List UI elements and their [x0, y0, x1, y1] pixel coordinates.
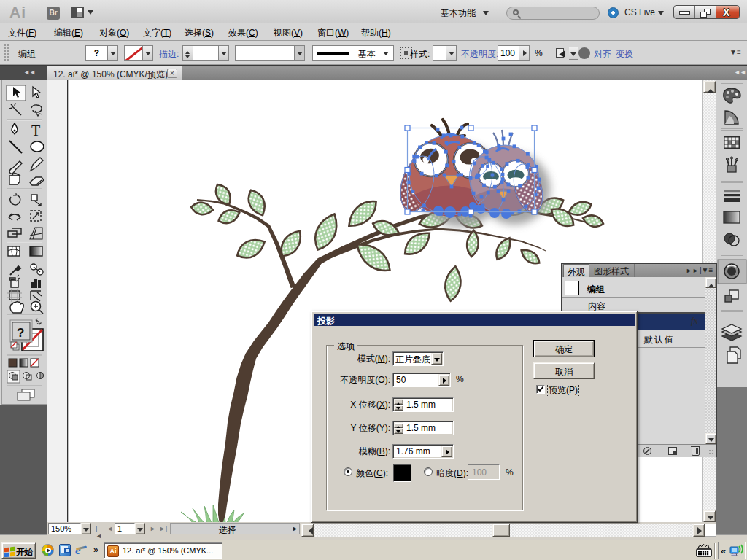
svg-text:?: ?	[17, 326, 24, 340]
svg-text:T: T	[31, 122, 40, 139]
